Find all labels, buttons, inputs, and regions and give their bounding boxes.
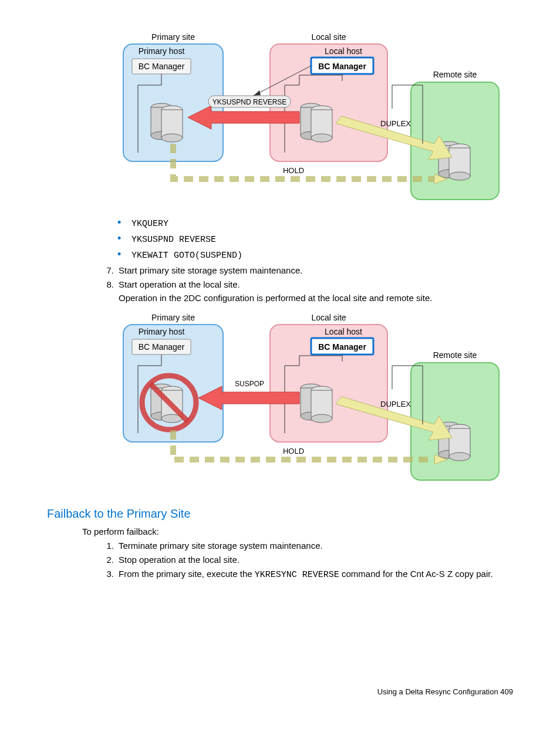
diagram-yksuspnd: Primary site Primary host BC Manager Loc… (117, 29, 513, 208)
step-1: 1. Terminate primary site storage system… (100, 539, 513, 552)
step-7: 7. Start primary site storage system mai… (100, 264, 513, 276)
svg-text:Remote site: Remote site (433, 350, 477, 360)
page-footer: Using a Delta Resync Configuration 409 (47, 687, 513, 697)
command-item: YKSUSPND REVERSE (112, 232, 513, 246)
suspop-label: SUSPOP (235, 380, 264, 388)
step-list-failback: 1. Terminate primary site storage system… (100, 539, 513, 581)
remote-site-label: Remote site (433, 70, 477, 79)
yksuspnd-label: YKSUSPND REVERSE (212, 98, 287, 106)
diagram-suspop: Primary site Primary host BC Manager Loc… (117, 310, 513, 489)
hold-label: HOLD (283, 166, 304, 175)
svg-point-21 (311, 134, 332, 142)
bc-manager-local: BC Manager (318, 62, 366, 71)
section-heading-failback: Failback to the Primary Site (47, 505, 513, 522)
duplex-label: DUPLEX (380, 119, 411, 128)
svg-text:Primary site: Primary site (151, 313, 195, 322)
svg-point-69 (311, 414, 332, 423)
bc-manager-primary: BC Manager (139, 62, 185, 71)
svg-text:BC Manager: BC Manager (318, 342, 366, 352)
step-8: 8. Start operation at the local site. Op… (100, 278, 513, 304)
svg-text:Local host: Local host (325, 327, 362, 336)
svg-point-28 (449, 172, 470, 180)
failback-intro: To perform failback: (82, 525, 513, 538)
step-3: 3. From the primary site, execute the YK… (100, 568, 513, 581)
local-site-label: Local site (311, 32, 346, 42)
command-item: YKEWAIT GOTO(SUSPEND) (112, 248, 513, 262)
svg-text:HOLD: HOLD (283, 447, 304, 455)
primary-site-label: Primary site (151, 32, 195, 42)
svg-text:Local site: Local site (311, 313, 346, 322)
svg-point-10 (161, 134, 183, 142)
local-host-label: Local host (325, 46, 362, 56)
svg-text:DUPLEX: DUPLEX (380, 400, 411, 409)
svg-marker-32 (254, 90, 261, 96)
svg-text:BC Manager: BC Manager (139, 342, 185, 352)
step-2: 2. Stop operation at the local site. (100, 553, 513, 566)
svg-point-77 (449, 453, 470, 461)
step-list-1: 7. Start primary site storage system mai… (100, 264, 513, 304)
primary-host-label: Primary host (139, 46, 185, 56)
command-list: YKQUERY YKSUSPND REVERSE YKEWAIT GOTO(SU… (112, 217, 513, 262)
svg-text:Primary host: Primary host (139, 327, 185, 336)
command-item: YKQUERY (112, 217, 513, 230)
